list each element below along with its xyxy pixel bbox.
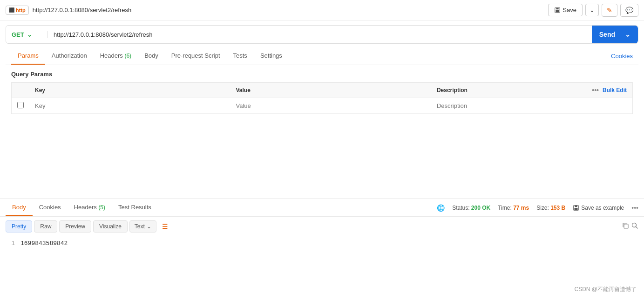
text-chevron-icon: ⌄ xyxy=(147,223,151,230)
code-value: 1699843589842 xyxy=(20,240,68,247)
topbar-url-text: http://127.0.0.1:8080/servlet2/refresh xyxy=(33,7,131,13)
tab-params[interactable]: Params xyxy=(11,47,45,65)
response-tab-test-results[interactable]: Test Results xyxy=(112,199,158,216)
size-text: Size: 153 B xyxy=(536,205,565,211)
top-bar-url: ⬛ http http://127.0.0.1:8080/servlet2/re… xyxy=(6,6,548,15)
key-header: Key xyxy=(29,83,230,98)
save-button[interactable]: Save xyxy=(548,4,583,16)
response-tab-cookies[interactable]: Cookies xyxy=(33,199,68,216)
value-header: Value xyxy=(230,83,431,98)
method-url-row: GET ⌄ Send ⌄ xyxy=(6,25,638,44)
value-cell xyxy=(230,98,431,114)
checkbox-header xyxy=(12,83,30,98)
key-input[interactable] xyxy=(35,102,224,109)
tab-tests[interactable]: Tests xyxy=(227,47,254,65)
save-dropdown-button[interactable]: ⌄ xyxy=(585,4,599,16)
text-format-select[interactable]: Text ⌄ xyxy=(129,220,156,233)
key-cell xyxy=(29,98,230,114)
method-select[interactable]: GET ⌄ xyxy=(6,31,48,38)
request-tabs-row: Params Authorization Headers (6) Body Pr… xyxy=(6,47,638,65)
url-input[interactable] xyxy=(48,26,592,43)
svg-rect-4 xyxy=(575,205,577,207)
http-badge: ⬛ http xyxy=(6,6,29,15)
save-label: Save xyxy=(563,7,576,13)
response-tab-headers[interactable]: Headers (5) xyxy=(68,199,112,216)
copy-icon-button[interactable] xyxy=(622,222,629,231)
method-label: GET xyxy=(12,31,24,38)
response-container: Body Cookies Headers (5) Test Results 🌐 … xyxy=(0,199,644,251)
comment-icon-button[interactable]: 💬 xyxy=(620,4,638,17)
svg-rect-1 xyxy=(556,7,559,9)
copy-icon xyxy=(622,222,629,229)
send-divider xyxy=(620,30,620,39)
response-more-icon[interactable]: ••• xyxy=(631,204,638,212)
svg-line-8 xyxy=(636,227,638,229)
bulk-edit-link[interactable]: Bulk Edit xyxy=(603,87,627,93)
send-button[interactable]: Send ⌄ xyxy=(592,26,638,43)
tab-headers[interactable]: Headers (6) xyxy=(94,47,138,65)
more-icon[interactable]: ••• xyxy=(592,86,599,94)
tab-settings[interactable]: Settings xyxy=(254,47,289,65)
search-icon xyxy=(631,222,638,229)
spacer xyxy=(0,120,644,199)
send-chevron-icon: ⌄ xyxy=(625,31,630,38)
description-header: Description ••• Bulk Edit xyxy=(431,83,633,98)
method-chevron-icon: ⌄ xyxy=(27,31,32,38)
save-example-button[interactable]: Save as example xyxy=(573,205,624,211)
http-label: http xyxy=(16,7,26,13)
send-label: Send xyxy=(599,31,615,38)
response-tabs-row: Body Cookies Headers (5) Test Results 🌐 … xyxy=(0,199,644,217)
table-row xyxy=(12,98,633,114)
top-bar: ⬛ http http://127.0.0.1:8080/servlet2/re… xyxy=(0,0,644,20)
format-tab-visualize[interactable]: Visualize xyxy=(93,220,128,233)
format-tab-preview[interactable]: Preview xyxy=(59,220,91,233)
http-icon: ⬛ xyxy=(9,7,14,13)
cookies-link[interactable]: Cookies xyxy=(611,53,633,60)
params-section: Query Params Key Value Description ••• B… xyxy=(6,65,638,120)
tab-authorization[interactable]: Authorization xyxy=(45,47,94,65)
edit-icon-button[interactable]: ✎ xyxy=(602,4,617,17)
tab-prerequest[interactable]: Pre-request Script xyxy=(165,47,227,65)
value-input[interactable] xyxy=(236,102,425,109)
wrap-icon[interactable]: ☰ xyxy=(162,223,168,230)
response-tab-body[interactable]: Body xyxy=(6,199,33,216)
tab-body[interactable]: Body xyxy=(138,47,165,65)
svg-rect-2 xyxy=(556,10,559,12)
format-tab-pretty[interactable]: Pretty xyxy=(6,220,32,233)
row-checkbox[interactable] xyxy=(17,102,24,108)
status-text: Status: 200 OK xyxy=(452,205,490,211)
params-table: Key Value Description ••• Bulk Edit xyxy=(11,82,633,114)
globe-icon: 🌐 xyxy=(437,204,445,212)
request-section: GET ⌄ Send ⌄ Params Authorization Header… xyxy=(0,20,644,120)
format-tab-raw[interactable]: Raw xyxy=(34,220,57,233)
description-input[interactable] xyxy=(437,102,627,109)
top-bar-actions: Save ⌄ ✎ 💬 xyxy=(548,4,638,17)
response-meta: 🌐 Status: 200 OK Time: 77 ms Size: 153 B… xyxy=(437,204,638,212)
code-area: 1 1699843589842 xyxy=(0,236,644,251)
row-checkbox-cell xyxy=(12,98,30,114)
search-icon-button[interactable] xyxy=(631,222,638,231)
svg-rect-5 xyxy=(575,208,578,210)
save-example-icon xyxy=(573,205,579,211)
time-text: Time: 77 ms xyxy=(498,205,529,211)
code-line-1: 1 1699843589842 xyxy=(6,240,638,247)
section-title: Query Params xyxy=(11,71,633,78)
line-number: 1 xyxy=(6,240,15,247)
format-tabs-row: Pretty Raw Preview Visualize Text ⌄ ☰ xyxy=(0,217,644,236)
svg-rect-6 xyxy=(624,224,628,228)
params-header-row: Key Value Description ••• Bulk Edit xyxy=(12,83,633,98)
description-cell xyxy=(431,98,633,114)
save-icon xyxy=(554,7,561,13)
